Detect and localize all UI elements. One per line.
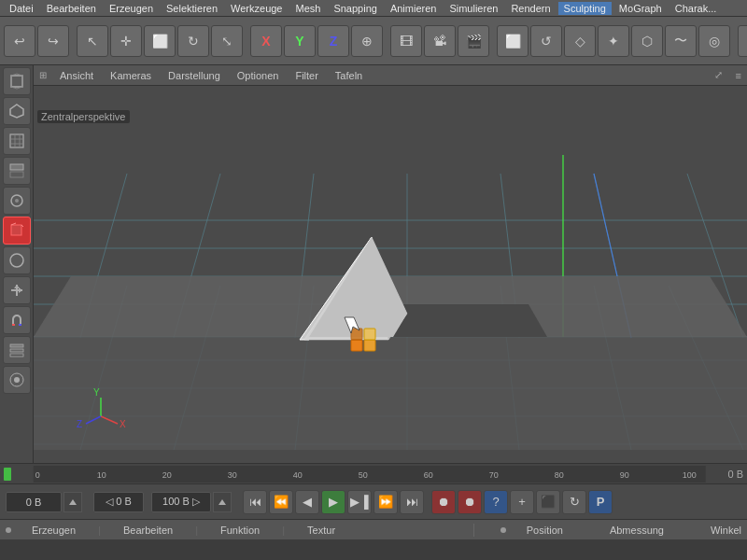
- menu-sculpting[interactable]: Sculpting: [558, 2, 612, 15]
- prim-btn-5[interactable]: ⬡: [631, 25, 663, 57]
- status-winkel[interactable]: Winkel: [711, 525, 741, 536]
- film-icon-3: 🎬: [466, 34, 482, 49]
- menu-datei[interactable]: Datei: [4, 2, 39, 15]
- transport-p-button[interactable]: P: [588, 490, 613, 514]
- menu-selektieren[interactable]: Selektieren: [161, 2, 223, 15]
- transport-help-button[interactable]: ?: [484, 490, 508, 514]
- menu-mograph[interactable]: MoGraph: [613, 2, 668, 15]
- transport-field-1[interactable]: [6, 492, 62, 512]
- svg-text:90: 90: [620, 470, 629, 480]
- status-erzeugen[interactable]: Erzeugen: [32, 525, 76, 536]
- sidebar-btn-extra[interactable]: [3, 366, 31, 394]
- rotate-button[interactable]: [177, 25, 209, 57]
- prim-btn-3[interactable]: ◇: [564, 25, 596, 57]
- status-dot-2: [500, 527, 506, 533]
- redo-button[interactable]: [37, 25, 69, 57]
- menu-bearbeiten[interactable]: Bearbeiten: [41, 2, 102, 15]
- scale-icon: [221, 34, 233, 49]
- status-dot: [6, 527, 11, 533]
- sidebar-btn-sphere[interactable]: [3, 246, 31, 274]
- viewport-filter[interactable]: Filter: [291, 70, 321, 81]
- box-button[interactable]: [144, 25, 176, 57]
- viewport-menu-icon[interactable]: ≡: [736, 70, 741, 81]
- svg-marker-53: [34, 337, 747, 450]
- transport-play-button[interactable]: ▶: [321, 490, 345, 514]
- sidebar-btn-magnet[interactable]: [3, 306, 31, 334]
- svg-rect-63: [364, 329, 375, 340]
- axis-x-button[interactable]: [250, 25, 282, 57]
- axis-y-button[interactable]: [284, 25, 316, 57]
- transport-next-button[interactable]: ⏩: [374, 490, 398, 514]
- menu-rendern[interactable]: Rendern: [505, 2, 556, 15]
- transport-start-button[interactable]: ⏮: [243, 490, 267, 514]
- viewport-kameras[interactable]: Kameras: [106, 70, 155, 81]
- render-btn[interactable]: ▶: [738, 25, 747, 57]
- film-btn-2[interactable]: 📽: [424, 25, 456, 57]
- redo-icon: [48, 34, 59, 49]
- move-button[interactable]: ✛: [110, 25, 142, 57]
- menu-mesh[interactable]: Mesh: [289, 2, 326, 15]
- undo-button[interactable]: [4, 25, 35, 57]
- transport-prev-frame-button[interactable]: ◀: [295, 490, 319, 514]
- sidebar-btn-obj[interactable]: [3, 187, 31, 215]
- transport-square-button[interactable]: ⬛: [536, 490, 560, 514]
- film-btn-1[interactable]: 🎞: [390, 25, 422, 57]
- wave-icon: 〜: [674, 33, 687, 49]
- status-bearbeiten[interactable]: Bearbeiten: [123, 525, 173, 536]
- transport-record2-button[interactable]: ⏺: [458, 490, 482, 514]
- sidebar-btn-texture[interactable]: [3, 127, 31, 155]
- transport-plus-button[interactable]: +: [510, 490, 534, 514]
- transport-record-button[interactable]: ⏺: [431, 490, 456, 514]
- sidebar-btn-perspective[interactable]: [3, 67, 31, 95]
- status-sep-1: |: [98, 525, 101, 536]
- film-btn-3[interactable]: 🎬: [458, 25, 489, 57]
- timeline-track[interactable]: 0 10 20 30 40 50 60 70 80 90 100: [15, 466, 724, 483]
- left-sidebar: [0, 65, 34, 463]
- prim-btn-1[interactable]: ⬜: [497, 25, 529, 57]
- world-button[interactable]: [351, 25, 383, 57]
- status-abmessung[interactable]: Abmessung: [610, 525, 664, 536]
- transport-sync-button[interactable]: ↻: [562, 490, 586, 514]
- viewport-ansicht[interactable]: Ansicht: [56, 70, 97, 81]
- svg-rect-60: [351, 340, 362, 351]
- menu-snapping[interactable]: Snapping: [328, 2, 383, 15]
- layers-icon: [8, 342, 25, 358]
- viewport-expand-icon[interactable]: ⤢: [714, 69, 723, 81]
- transport-spinner-2[interactable]: [213, 492, 232, 512]
- menu-simulieren[interactable]: Simulieren: [444, 2, 503, 15]
- sidebar-btn-cube[interactable]: [3, 217, 31, 245]
- svg-text:Y: Y: [93, 387, 100, 398]
- menu-erzeugen[interactable]: Erzeugen: [104, 2, 159, 15]
- sidebar-btn-model[interactable]: [3, 97, 31, 125]
- menu-charak[interactable]: Charak...: [669, 2, 723, 15]
- svg-marker-84: [218, 499, 226, 505]
- transport-spinner-1[interactable]: [63, 492, 82, 512]
- viewport-tafeln[interactable]: Tafeln: [331, 70, 366, 81]
- menu-animieren[interactable]: Animieren: [385, 2, 443, 15]
- magnet-icon: [8, 312, 25, 329]
- transport-field-2[interactable]: [93, 492, 144, 512]
- sidebar-btn-arrow[interactable]: [3, 276, 31, 304]
- status-position[interactable]: Position: [527, 525, 563, 536]
- status-funktion[interactable]: Funktion: [220, 525, 260, 536]
- axis-z-button[interactable]: [317, 25, 349, 57]
- status-textur[interactable]: Textur: [307, 525, 335, 536]
- transport-field-3[interactable]: [151, 492, 211, 512]
- prim-btn-6[interactable]: 〜: [665, 25, 697, 57]
- menu-werkzeuge[interactable]: Werkzeuge: [225, 2, 288, 15]
- prim-btn-7[interactable]: ◎: [698, 25, 730, 57]
- viewport-optionen[interactable]: Optionen: [233, 70, 283, 81]
- transport-next-frame-button[interactable]: ▶▐: [347, 490, 372, 514]
- sidebar-btn-layers[interactable]: [3, 336, 31, 364]
- prim-btn-4[interactable]: ✦: [598, 25, 629, 57]
- svg-text:40: 40: [293, 470, 303, 480]
- transport-end-button[interactable]: ⏭: [400, 490, 424, 514]
- sidebar-btn-grid[interactable]: [3, 157, 31, 185]
- svg-rect-61: [364, 340, 375, 351]
- select-button[interactable]: [77, 25, 108, 57]
- transport-prev-button[interactable]: ⏪: [269, 490, 293, 514]
- viewport[interactable]: ⊞ Ansicht Kameras Darstellung Optionen F…: [34, 65, 747, 463]
- prim-btn-2[interactable]: ↺: [530, 25, 562, 57]
- viewport-darstellung[interactable]: Darstellung: [164, 70, 224, 81]
- scale-button[interactable]: [211, 25, 243, 57]
